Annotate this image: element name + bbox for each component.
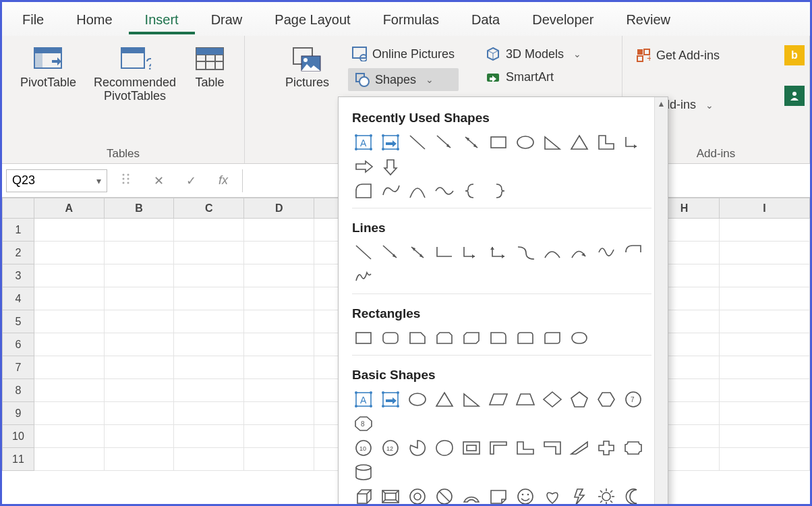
shape-oval[interactable] — [406, 389, 429, 410]
column-header[interactable]: B — [104, 198, 174, 219]
cell[interactable] — [34, 402, 104, 425]
cell[interactable] — [719, 379, 809, 402]
cell[interactable] — [104, 356, 174, 379]
shape-arrow-line[interactable] — [433, 132, 456, 152]
cell[interactable] — [174, 356, 244, 379]
cell[interactable] — [104, 242, 174, 264]
shape-trapezoid[interactable] — [514, 389, 537, 410]
shape-line[interactable] — [406, 132, 429, 152]
cell[interactable] — [104, 333, 174, 356]
shape-frame[interactable] — [460, 438, 483, 458]
row-header[interactable]: 10 — [3, 425, 34, 448]
cell[interactable] — [104, 310, 174, 333]
shape-diamond[interactable] — [541, 389, 564, 410]
row-header[interactable]: 4 — [3, 287, 34, 310]
row-header[interactable]: 7 — [3, 356, 34, 379]
cell[interactable] — [34, 242, 104, 264]
tab-review[interactable]: Review — [610, 5, 687, 33]
shape-connector-curve-arrow[interactable] — [568, 242, 591, 262]
cell[interactable] — [174, 333, 244, 356]
cell[interactable] — [104, 264, 174, 287]
cell[interactable] — [244, 287, 314, 310]
cell[interactable] — [719, 333, 809, 356]
tab-home[interactable]: Home — [60, 5, 128, 33]
shape-octagon[interactable]: 8 — [352, 414, 375, 434]
cell[interactable] — [719, 242, 809, 264]
shape-round-same[interactable] — [514, 328, 537, 348]
cell[interactable] — [34, 219, 104, 242]
shape-text-box-arrow[interactable] — [379, 389, 402, 410]
shape-moon[interactable] — [622, 486, 645, 506]
row-header[interactable]: 5 — [3, 310, 34, 333]
shape-rectangle[interactable] — [487, 132, 510, 152]
shape-teardrop[interactable] — [433, 438, 456, 458]
shape-smiley[interactable] — [514, 486, 537, 506]
cell[interactable] — [244, 379, 314, 402]
shape-elbow[interactable] — [433, 242, 456, 262]
tab-developer[interactable]: Developer — [516, 5, 610, 33]
row-header[interactable]: 1 — [3, 219, 34, 242]
shape-round-diag[interactable] — [541, 328, 564, 348]
shape-arrow-line[interactable] — [379, 242, 402, 262]
cell[interactable] — [104, 402, 174, 425]
scroll-up-arrow[interactable]: ▲ — [655, 97, 668, 111]
row-header[interactable]: 9 — [3, 402, 34, 425]
shape-donut[interactable] — [406, 486, 429, 506]
shape-snip-diag[interactable] — [460, 328, 483, 348]
pivottable-button[interactable]: PivotTable — [16, 43, 80, 92]
shape-corner[interactable] — [541, 438, 564, 458]
cell[interactable] — [174, 264, 244, 287]
cell[interactable] — [34, 287, 104, 310]
cell[interactable] — [104, 219, 174, 242]
shape-freeform[interactable] — [379, 181, 402, 201]
cell[interactable] — [244, 219, 314, 242]
row-header[interactable]: 3 — [3, 264, 34, 287]
online-pictures-button[interactable]: Online Pictures — [348, 45, 459, 63]
cell[interactable] — [34, 356, 104, 379]
shape-bevel[interactable] — [379, 486, 402, 506]
cell[interactable] — [244, 356, 314, 379]
shape-round-single[interactable] — [487, 328, 510, 348]
row-header[interactable]: 2 — [3, 242, 34, 264]
cell[interactable] — [174, 287, 244, 310]
tab-file[interactable]: File — [6, 5, 60, 33]
shapes-scrollbar[interactable]: ▲ — [654, 97, 668, 506]
shape-freeform-wave[interactable] — [595, 242, 618, 262]
shape-sun[interactable] — [595, 486, 618, 506]
shape-l-shape-rect[interactable] — [514, 438, 537, 458]
tab-insert[interactable]: Insert — [129, 5, 195, 33]
cell[interactable] — [719, 402, 809, 425]
cell[interactable] — [719, 219, 809, 242]
row-header[interactable]: 8 — [3, 379, 34, 402]
table-button[interactable]: Table — [190, 43, 230, 92]
cell[interactable] — [174, 448, 244, 471]
recommended-pivottables-button[interactable]: ? Recommended PivotTables — [90, 43, 180, 106]
cell[interactable] — [174, 242, 244, 264]
shape-oval[interactable] — [514, 132, 537, 152]
cell[interactable] — [104, 425, 174, 448]
cell[interactable] — [719, 310, 809, 333]
cell[interactable] — [244, 264, 314, 287]
shape-folded-corner[interactable] — [487, 486, 510, 506]
shape-decagon[interactable]: 10 — [352, 438, 375, 458]
cell[interactable] — [719, 356, 809, 379]
shape-no-symbol[interactable] — [433, 486, 456, 506]
cell[interactable] — [719, 425, 809, 448]
shape-hexagon[interactable] — [595, 389, 618, 410]
cell[interactable] — [244, 425, 314, 448]
shape-l-shape[interactable] — [595, 132, 618, 152]
cell[interactable] — [34, 310, 104, 333]
shape-text-box-a[interactable]: A — [352, 389, 375, 410]
shape-heptagon[interactable]: 7 — [622, 389, 645, 410]
cell[interactable] — [104, 287, 174, 310]
shape-right-brace[interactable] — [487, 181, 510, 201]
cell[interactable] — [719, 448, 809, 471]
cell[interactable] — [174, 219, 244, 242]
name-box[interactable]: Q23 ▾ — [6, 169, 107, 192]
cell[interactable] — [174, 310, 244, 333]
shape-rounded-rect[interactable] — [379, 328, 402, 348]
smartart-button[interactable]: SmartArt — [482, 68, 585, 86]
shape-rounded-connector[interactable] — [622, 242, 645, 262]
shape-text-box-a[interactable]: A — [352, 132, 375, 152]
chevron-down-icon[interactable]: ▾ — [96, 175, 101, 186]
